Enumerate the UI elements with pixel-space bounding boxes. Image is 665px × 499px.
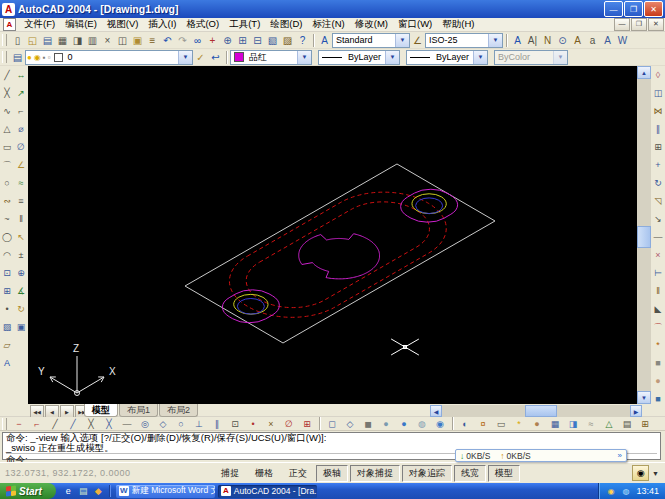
chevron-down-icon[interactable]: ▼ bbox=[488, 34, 502, 47]
dim-style-icon[interactable]: ▣ bbox=[14, 318, 28, 336]
restore-button[interactable]: ❐ bbox=[624, 1, 643, 17]
convert-text-icon[interactable]: W bbox=[615, 33, 630, 48]
cut-icon[interactable]: × bbox=[100, 33, 115, 48]
hatch-icon[interactable]: ▨ bbox=[0, 318, 14, 336]
color-combo[interactable]: 品红 ▼ bbox=[230, 50, 312, 65]
match-properties-icon[interactable]: ≡ bbox=[145, 33, 160, 48]
revcloud-icon[interactable]: ∾ bbox=[0, 192, 14, 210]
task-autocad[interactable]: A AutoCAD 2004 - [Dra... bbox=[218, 485, 317, 498]
scroll-left-icon[interactable]: ◀ bbox=[430, 405, 442, 417]
chevron-down-icon[interactable]: ▼ bbox=[385, 51, 399, 64]
dim-edit-icon[interactable]: ∡ bbox=[14, 282, 28, 300]
lengthen-icon[interactable]: — bbox=[651, 228, 665, 246]
dim-baseline-icon[interactable]: ≡ bbox=[14, 192, 28, 210]
center-mark-icon[interactable]: ⊕ bbox=[14, 264, 28, 282]
explode-icon[interactable]: * bbox=[651, 336, 665, 354]
render-icon[interactable]: ● bbox=[651, 372, 665, 390]
render-statistics-icon[interactable]: ▤ bbox=[618, 417, 636, 430]
array-icon[interactable]: ⊞ bbox=[651, 138, 665, 156]
model-toggle[interactable]: 模型 bbox=[488, 465, 520, 482]
make-block-icon[interactable]: ⊞ bbox=[0, 282, 14, 300]
ellipse-arc-icon[interactable]: ◠ bbox=[0, 246, 14, 264]
arc-icon[interactable]: ⌒ bbox=[0, 156, 14, 174]
lineweight-combo[interactable]: ByLayer ▼ bbox=[406, 50, 488, 65]
dim-linear-icon[interactable]: ↔ bbox=[14, 66, 28, 84]
text-style-combo[interactable]: Standard ▼ bbox=[332, 33, 410, 48]
shade-hidden-icon[interactable]: ◼ bbox=[359, 417, 377, 430]
toolbar-grip[interactable] bbox=[2, 418, 7, 430]
menu-item[interactable]: 格式(O) bbox=[181, 18, 224, 31]
trim-icon[interactable]: × bbox=[651, 246, 665, 264]
ortho-toggle[interactable]: 正交 bbox=[282, 465, 314, 482]
scale-icon[interactable]: ◹ bbox=[651, 192, 665, 210]
paste-icon[interactable]: ▣ bbox=[130, 33, 145, 48]
dim-diameter-icon[interactable]: ∅ bbox=[14, 138, 28, 156]
text-style-manager-icon[interactable]: A bbox=[570, 33, 585, 48]
menu-item[interactable]: 插入(I) bbox=[143, 18, 181, 31]
dim-aligned-icon[interactable]: ↗ bbox=[14, 84, 28, 102]
shade-gouraud-icon[interactable]: ● bbox=[395, 417, 413, 430]
edit-text-icon[interactable]: N bbox=[540, 33, 555, 48]
shade-flat-edges-icon[interactable]: ◍ bbox=[413, 417, 431, 430]
chevron-down-icon[interactable]: ▼ bbox=[473, 51, 487, 64]
layer-manager-icon[interactable]: ▤ bbox=[10, 50, 25, 65]
circle-icon[interactable]: ○ bbox=[0, 174, 14, 192]
lwt-toggle[interactable]: 线宽 bbox=[454, 465, 486, 482]
snap-quadrant-icon[interactable]: ◇ bbox=[154, 417, 172, 430]
menu-item[interactable]: 视图(V) bbox=[102, 18, 144, 31]
layer-combo[interactable]: ●◉▪▫ 0 ▼ bbox=[25, 50, 193, 65]
menu-item[interactable]: 编辑(E) bbox=[60, 18, 102, 31]
fillet-icon[interactable]: ⌒ bbox=[651, 318, 665, 336]
help-icon[interactable]: ? bbox=[295, 33, 310, 48]
render-render-icon[interactable]: ¤ bbox=[474, 417, 492, 430]
minimize-button[interactable]: — bbox=[604, 1, 623, 17]
mirror-icon[interactable]: ⋈ bbox=[651, 102, 665, 120]
chevron-down-icon[interactable]: ▼ bbox=[297, 51, 311, 64]
quicklaunch-ie-icon[interactable]: e bbox=[62, 485, 75, 498]
chevron-down-icon[interactable]: ▼ bbox=[178, 51, 192, 64]
save-icon[interactable]: ▤ bbox=[40, 33, 55, 48]
tab-layout2[interactable]: 布局2 bbox=[159, 404, 198, 417]
render-lights-icon[interactable]: * bbox=[510, 417, 528, 430]
snap-toggle[interactable]: 捕捉 bbox=[214, 465, 246, 482]
move-icon[interactable]: + bbox=[651, 156, 665, 174]
single-line-text-icon[interactable]: A| bbox=[525, 33, 540, 48]
zoom-window-icon[interactable]: ⊞ bbox=[235, 33, 250, 48]
menu-item[interactable]: 修改(M) bbox=[350, 18, 393, 31]
stretch-icon[interactable]: ↘ bbox=[651, 210, 665, 228]
erase-icon[interactable]: ◊ bbox=[651, 66, 665, 84]
close-button[interactable]: ✕ bbox=[644, 1, 663, 17]
redo-icon[interactable]: ↷ bbox=[175, 33, 190, 48]
publish-icon[interactable]: ▥ bbox=[85, 33, 100, 48]
polyline-icon[interactable]: ∿ bbox=[0, 102, 14, 120]
vertical-scroll-thumb[interactable] bbox=[637, 226, 651, 248]
menu-item[interactable]: 绘图(D) bbox=[265, 18, 307, 31]
copy-object-icon[interactable]: ◫ bbox=[651, 84, 665, 102]
snap-from-icon[interactable]: ⌐ bbox=[28, 417, 46, 430]
snap-track-icon[interactable]: − bbox=[10, 417, 28, 430]
taskbar-clock[interactable]: 13:41 bbox=[636, 486, 659, 496]
render-mapping-icon[interactable]: ▦ bbox=[546, 417, 564, 430]
tab-model[interactable]: 模型 bbox=[84, 404, 118, 417]
chevron-down-icon[interactable]: ▼ bbox=[395, 34, 409, 47]
hyperlink-icon[interactable]: ∞ bbox=[190, 33, 205, 48]
layer-previous-icon[interactable]: ↩ bbox=[208, 50, 223, 65]
insert-block-icon[interactable]: ⊡ bbox=[0, 264, 14, 282]
drawing-canvas[interactable]: ZYX bbox=[28, 66, 637, 404]
snap-nearest-icon[interactable]: × bbox=[262, 417, 280, 430]
task-word[interactable]: W 新建 Microsoft Word 文... bbox=[116, 485, 215, 498]
render-scenes-icon[interactable]: ▭ bbox=[492, 417, 510, 430]
toolbar-grip[interactable] bbox=[2, 34, 7, 46]
horizontal-scrollbar[interactable]: ◀ ▶ bbox=[430, 405, 642, 417]
menu-item[interactable]: 标注(N) bbox=[308, 18, 350, 31]
shade-gouraud-edges-icon[interactable]: ◉ bbox=[431, 417, 449, 430]
start-button[interactable]: Start bbox=[0, 483, 56, 499]
render-fog-icon[interactable]: ≈ bbox=[582, 417, 600, 430]
construction-line-icon[interactable]: ╳ bbox=[0, 84, 14, 102]
mtext-icon[interactable]: A bbox=[0, 354, 14, 372]
zoom-realtime-icon[interactable]: ⊕ bbox=[220, 33, 235, 48]
snap-parallel-icon[interactable]: ∥ bbox=[208, 417, 226, 430]
plot-preview-icon[interactable]: ◨ bbox=[70, 33, 85, 48]
dim-angular-icon[interactable]: ∠ bbox=[14, 156, 28, 174]
snap-endpoint-icon[interactable]: ╱ bbox=[46, 417, 64, 430]
